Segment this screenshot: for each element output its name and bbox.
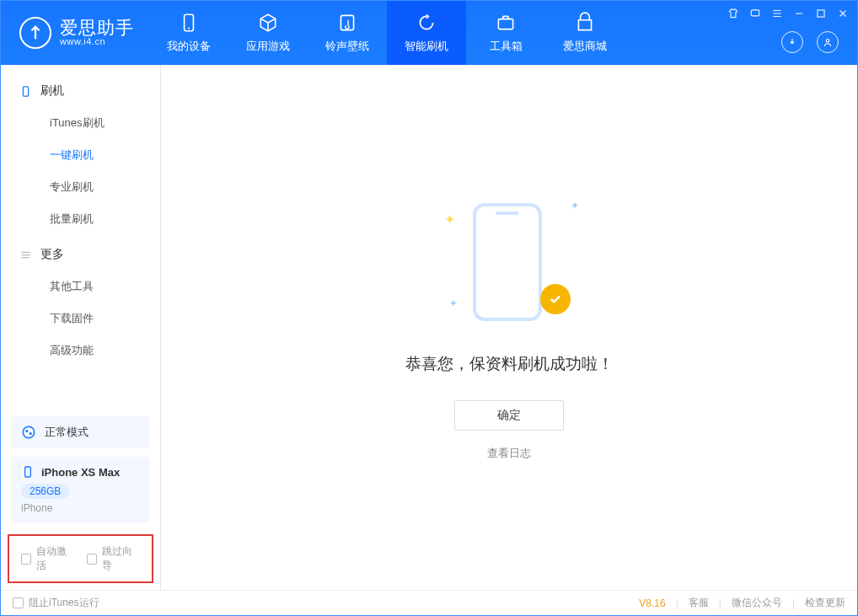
- main: 刷机 iTunes刷机 一键刷机 专业刷机 批量刷机 更多 其他工具 下载固件 …: [1, 65, 857, 590]
- app-name: 爱思助手: [60, 19, 134, 37]
- device-card[interactable]: iPhone XS Max 256GB iPhone: [11, 457, 150, 522]
- refresh-icon: [416, 12, 437, 34]
- storage-badge: 256GB: [21, 484, 69, 499]
- svg-rect-7: [23, 86, 28, 95]
- mode-icon: [21, 425, 36, 440]
- tshirt-icon[interactable]: [727, 8, 739, 19]
- svg-point-1: [188, 27, 190, 29]
- content: ✦ ✦ ✦ 恭喜您，保资料刷机成功啦！ 确定 查看日志: [161, 65, 857, 590]
- skip-wizard-checkbox[interactable]: 跳过向导: [87, 544, 141, 573]
- nav-tab-ringtone[interactable]: 铃声壁纸: [308, 1, 387, 65]
- sidebar-item-pro-flash[interactable]: 专业刷机: [1, 171, 160, 203]
- nav-tab-apps[interactable]: 应用游戏: [228, 1, 308, 65]
- app-url: www.i4.cn: [60, 37, 134, 47]
- close-icon[interactable]: [837, 8, 849, 19]
- wechat-link[interactable]: 微信公众号: [732, 596, 782, 610]
- nav-tabs: 我的设备 应用游戏 铃声壁纸 智能刷机 工具箱 爱思商城: [149, 1, 625, 65]
- briefcase-icon: [495, 12, 517, 34]
- svg-rect-5: [818, 10, 824, 17]
- nav-tab-device[interactable]: 我的设备: [149, 1, 228, 65]
- check-badge-icon: [540, 284, 571, 314]
- footer: 阻止iTunes运行 V8.16 | 客服 | 微信公众号 | 检查更新: [1, 590, 857, 615]
- list-icon: [19, 249, 32, 261]
- sidebar-item-oneclick-flash[interactable]: 一键刷机: [1, 139, 160, 171]
- store-icon: [574, 12, 596, 34]
- svg-rect-2: [341, 15, 353, 29]
- sidebar-section-more: 更多: [1, 235, 160, 271]
- device-type: iPhone: [21, 502, 140, 514]
- nav-label: 我的设备: [167, 39, 211, 54]
- sidebar: 刷机 iTunes刷机 一键刷机 专业刷机 批量刷机 更多 其他工具 下载固件 …: [1, 65, 161, 590]
- logo-area: 爱思助手 www.i4.cn: [1, 17, 149, 49]
- support-link[interactable]: 客服: [689, 596, 709, 610]
- mode-card[interactable]: 正常模式: [11, 416, 150, 448]
- nav-label: 应用游戏: [246, 39, 290, 54]
- sidebar-item-download-firmware[interactable]: 下载固件: [1, 303, 160, 335]
- success-message: 恭喜您，保资料刷机成功啦！: [405, 353, 614, 375]
- sidebar-item-batch-flash[interactable]: 批量刷机: [1, 203, 160, 235]
- checkbox-icon: [13, 597, 24, 608]
- nav-label: 铃声壁纸: [325, 39, 369, 54]
- nav-label: 智能刷机: [405, 39, 448, 54]
- mode-label: 正常模式: [45, 425, 88, 440]
- titlebar: 爱思助手 www.i4.cn 我的设备 应用游戏 铃声壁纸 智能刷机 工具箱 爱…: [1, 1, 857, 65]
- block-itunes-checkbox[interactable]: 阻止iTunes运行: [13, 596, 99, 610]
- phone-graphic: [473, 203, 542, 321]
- update-link[interactable]: 检查更新: [805, 596, 845, 610]
- sidebar-section-flash: 刷机: [1, 72, 160, 107]
- sidebar-item-advanced[interactable]: 高级功能: [1, 335, 160, 367]
- header-right-icons: [781, 31, 839, 53]
- checkbox-row: 自动激活 跳过向导: [8, 534, 153, 583]
- checkbox-icon: [21, 554, 31, 565]
- minimize-icon[interactable]: [793, 8, 805, 19]
- app-logo-icon: [19, 17, 51, 49]
- svg-point-8: [23, 426, 35, 438]
- nav-tab-toolbox[interactable]: 工具箱: [466, 1, 545, 65]
- device-small-icon: [21, 465, 35, 479]
- phone-icon: [19, 85, 32, 98]
- nav-label: 工具箱: [490, 39, 523, 54]
- maximize-icon[interactable]: [815, 8, 827, 19]
- svg-rect-11: [25, 467, 31, 477]
- nav-tab-store[interactable]: 爱思商城: [545, 1, 625, 65]
- device-icon: [178, 12, 200, 34]
- svg-rect-4: [751, 10, 759, 16]
- success-illustration: ✦ ✦ ✦: [454, 195, 564, 329]
- download-icon[interactable]: [781, 31, 803, 53]
- svg-point-6: [826, 40, 829, 43]
- svg-rect-3: [498, 19, 512, 29]
- version-label: V8.16: [639, 597, 665, 609]
- user-icon[interactable]: [817, 31, 839, 53]
- svg-point-10: [29, 432, 32, 435]
- sidebar-item-itunes-flash[interactable]: iTunes刷机: [1, 107, 160, 139]
- music-icon: [336, 12, 358, 34]
- logo-text: 爱思助手 www.i4.cn: [60, 19, 134, 47]
- view-log-link[interactable]: 查看日志: [487, 446, 531, 461]
- sparkle-icon: ✦: [571, 200, 579, 212]
- sparkle-icon: ✦: [449, 297, 458, 309]
- ok-button[interactable]: 确定: [454, 400, 564, 431]
- menu-icon[interactable]: [771, 8, 783, 19]
- sparkle-icon: ✦: [444, 212, 455, 228]
- nav-tab-flash[interactable]: 智能刷机: [387, 1, 466, 65]
- svg-point-9: [25, 430, 28, 432]
- checkbox-icon: [87, 554, 97, 565]
- feedback-icon[interactable]: [749, 8, 761, 19]
- nav-label: 爱思商城: [563, 39, 607, 54]
- device-name-label: iPhone XS Max: [41, 466, 120, 479]
- cube-icon: [257, 12, 279, 34]
- auto-activate-checkbox[interactable]: 自动激活: [21, 544, 75, 573]
- sidebar-item-other-tools[interactable]: 其他工具: [1, 271, 160, 303]
